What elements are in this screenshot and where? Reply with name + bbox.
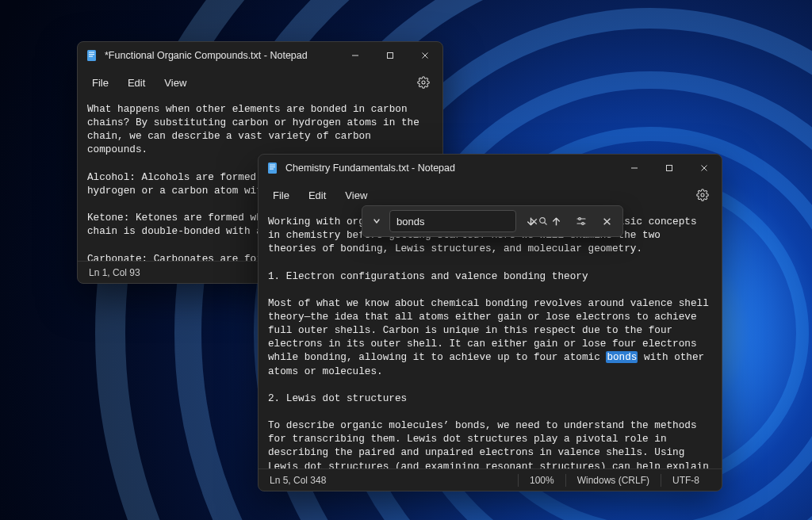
find-bar[interactable]	[362, 205, 623, 237]
menu-file[interactable]: File	[265, 186, 297, 205]
text-editor[interactable]: Working with organic molecules requires …	[259, 208, 722, 468]
svg-rect-14	[667, 166, 672, 171]
statusbar: Ln 5, Col 348 100% Windows (CRLF) UTF-8	[259, 468, 722, 491]
expand-replace-button[interactable]	[367, 210, 386, 232]
menu-view[interactable]: View	[156, 74, 194, 92]
svg-point-17	[701, 193, 704, 197]
svg-rect-3	[89, 56, 93, 57]
menu-file[interactable]: File	[84, 74, 117, 92]
encoding[interactable]: UTF-8	[661, 475, 710, 486]
window-title: Chemistry Fundamentals.txt - Notepad	[285, 162, 617, 174]
svg-point-27	[582, 223, 584, 225]
zoom-level[interactable]: 100%	[519, 475, 565, 486]
find-options-button[interactable]	[570, 210, 592, 232]
close-button[interactable]	[408, 42, 442, 69]
menu-edit[interactable]: Edit	[120, 74, 153, 92]
menu-edit[interactable]: Edit	[301, 186, 334, 205]
close-find-button[interactable]	[596, 210, 618, 232]
titlebar[interactable]: Chemistry Fundamentals.txt - Notepad	[259, 155, 722, 182]
svg-rect-10	[270, 165, 275, 166]
svg-rect-12	[270, 169, 274, 170]
notepad-icon	[86, 49, 98, 62]
notepad-window-chemistry[interactable]: Chemistry Fundamentals.txt - Notepad Fil…	[258, 154, 722, 491]
notepad-icon	[266, 162, 279, 174]
svg-point-8	[422, 81, 425, 84]
find-input[interactable]	[396, 216, 530, 228]
find-previous-button[interactable]	[545, 210, 567, 232]
maximize-button[interactable]	[373, 42, 408, 69]
menubar: File Edit View	[78, 69, 442, 96]
svg-point-25	[579, 218, 581, 220]
find-input-container	[389, 210, 516, 232]
cursor-position: Ln 1, Col 93	[89, 267, 151, 278]
close-button[interactable]	[687, 155, 722, 182]
menu-view[interactable]: View	[337, 186, 375, 205]
settings-button[interactable]	[411, 70, 436, 95]
svg-rect-0	[87, 50, 96, 61]
menubar: File Edit View	[259, 182, 722, 208]
line-ending[interactable]: Windows (CRLF)	[566, 475, 661, 486]
minimize-button[interactable]	[617, 155, 652, 182]
maximize-button[interactable]	[652, 155, 687, 182]
svg-rect-11	[270, 166, 275, 167]
window-title: *Functional Organic Compounds.txt - Note…	[105, 50, 338, 61]
svg-rect-2	[89, 54, 94, 55]
svg-rect-1	[89, 52, 94, 53]
find-next-button[interactable]	[519, 210, 542, 232]
search-highlight: bonds	[606, 351, 638, 363]
titlebar[interactable]: *Functional Organic Compounds.txt - Note…	[78, 42, 442, 69]
minimize-button[interactable]	[338, 42, 373, 69]
svg-rect-9	[268, 162, 277, 174]
settings-button[interactable]	[690, 182, 715, 208]
svg-rect-5	[388, 53, 393, 59]
cursor-position: Ln 5, Col 348	[270, 475, 337, 486]
